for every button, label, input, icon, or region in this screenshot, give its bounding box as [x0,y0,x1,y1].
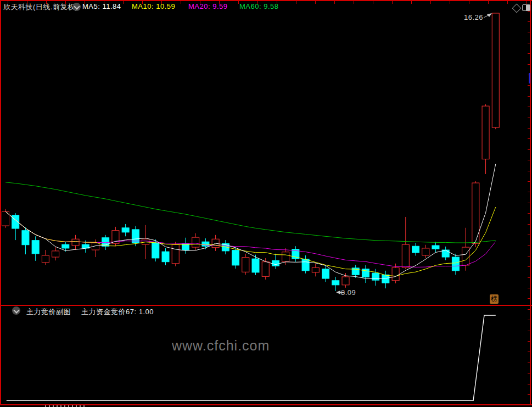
ma10-line [5,207,496,276]
watermark: www.cfchi.com [172,338,270,354]
ma-lines-layer [5,164,496,279]
ma5-label: MA5: 11.84 [82,2,121,10]
ma60-label: MA60: 9.58 [239,2,279,10]
rank-badge-button[interactable]: 榜 [490,294,499,304]
ma20-label: MA20: 9.59 [188,2,228,10]
chevron-down-icon [74,3,80,9]
chart-window: 欣天科技(日线.前复权) MA5: 11.84 MA10: 10.59 MA20… [0,0,532,407]
subpanel-title: 主力竞价副图 [26,307,71,317]
header-collapse-button[interactable] [72,3,81,11]
split-pane-icon[interactable] [522,4,530,11]
low-price-annotation: 8.09 [341,288,356,297]
subpanel-collapse-button[interactable] [12,306,20,315]
stock-title: 欣天科技(日线.前复权) [3,2,77,12]
subpanel-indicator-value: 主力资金竞价67: 1.00 [81,307,154,317]
subpanel-layer [7,315,496,400]
subpanel-indicator-line [7,315,496,400]
ma5-line [5,164,496,279]
ma60-line [5,182,496,243]
high-price-annotation: 16.26 [464,13,483,21]
split-pane-fill [526,5,530,10]
chevron-down-icon [13,307,19,313]
ma10-label: MA10: 10.59 [132,2,175,10]
